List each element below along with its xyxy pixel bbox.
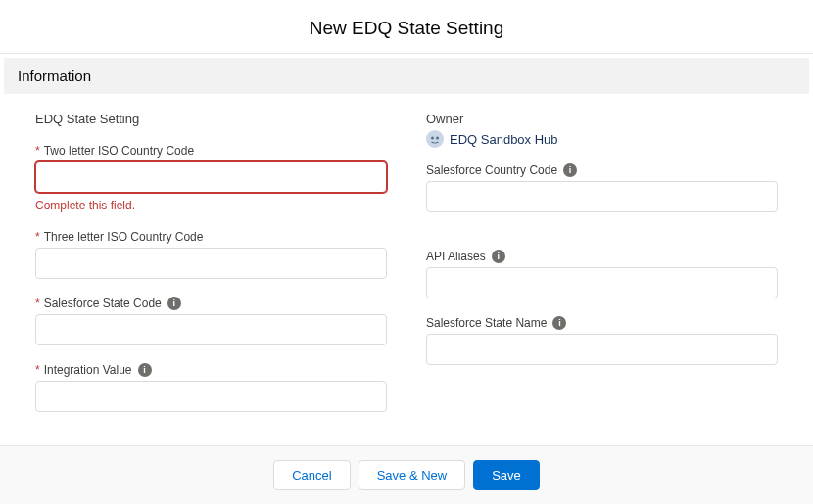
label-sf-state-code: Salesforce State Code (44, 297, 162, 310)
error-two-letter-iso: Complete this field. (35, 199, 387, 212)
input-integration-value[interactable] (35, 381, 387, 412)
save-and-new-button[interactable]: Save & New (359, 460, 466, 490)
required-star-icon: * (35, 144, 40, 158)
label-api-aliases: API Aliases (426, 250, 486, 263)
info-icon[interactable]: i (563, 163, 577, 177)
field-two-letter-iso: * Two letter ISO Country Code Complete t… (35, 144, 387, 212)
info-icon[interactable]: i (167, 297, 181, 310)
info-icon[interactable]: i (138, 363, 152, 377)
section-information: Information (4, 58, 809, 94)
label-sf-state-name: Salesforce State Name (426, 316, 547, 330)
required-star-icon: * (35, 230, 40, 244)
owner-value-line: EDQ Sandbox Hub (426, 130, 778, 148)
input-three-letter-iso[interactable] (35, 248, 387, 279)
field-integration-value: * Integration Value i (35, 363, 387, 412)
svg-point-1 (431, 137, 434, 140)
field-sf-country-code: Salesforce Country Code i (426, 163, 778, 212)
input-api-aliases[interactable] (426, 267, 778, 298)
input-two-letter-iso[interactable] (35, 161, 387, 193)
modal-header: New EDQ State Setting (0, 0, 813, 54)
label-three-letter-iso: Three letter ISO Country Code (44, 230, 204, 244)
owner-value: EDQ Sandbox Hub (450, 132, 558, 147)
input-sf-state-name[interactable] (426, 334, 778, 365)
field-sf-state-name: Salesforce State Name i (426, 316, 778, 365)
field-sf-state-code: * Salesforce State Code i (35, 297, 387, 345)
cancel-button[interactable]: Cancel (273, 460, 350, 490)
required-star-icon: * (35, 297, 40, 310)
info-icon[interactable]: i (492, 250, 505, 263)
required-star-icon: * (35, 363, 40, 377)
page-title: New EDQ State Setting (0, 18, 813, 39)
label-integration-value: Integration Value (44, 363, 132, 377)
svg-point-2 (436, 137, 439, 140)
input-sf-state-code[interactable] (35, 314, 387, 345)
svg-point-0 (426, 130, 444, 148)
save-button[interactable]: Save (473, 460, 540, 490)
left-subhead: EDQ State Setting (35, 112, 387, 126)
input-sf-country-code[interactable] (426, 181, 778, 212)
field-three-letter-iso: * Three letter ISO Country Code (35, 230, 387, 279)
owner-label: Owner (426, 112, 778, 126)
owner-avatar-icon (426, 130, 444, 148)
label-two-letter-iso: Two letter ISO Country Code (44, 144, 194, 158)
form-body: EDQ State Setting * Two letter ISO Count… (0, 94, 813, 412)
footer-actions: Cancel Save & New Save (0, 445, 813, 504)
field-api-aliases: API Aliases i (426, 250, 778, 298)
label-sf-country-code: Salesforce Country Code (426, 163, 557, 177)
info-icon[interactable]: i (552, 316, 566, 330)
